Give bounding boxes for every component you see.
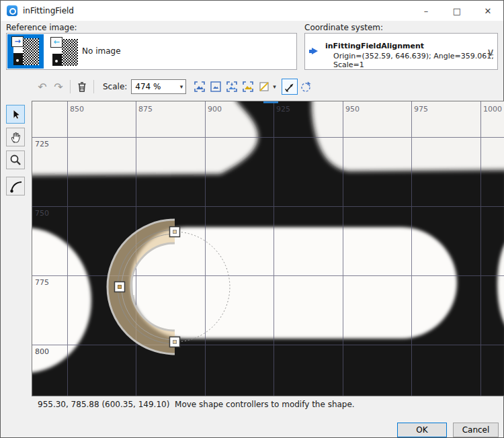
- rotate-view-button[interactable]: [298, 79, 314, 95]
- magnifier-icon: [9, 153, 22, 167]
- x-tick: 925: [276, 105, 290, 114]
- thumb-pattern: [62, 39, 78, 66]
- minimize-button[interactable]: –: [411, 1, 442, 21]
- canvas-toolbar: ↶ ↷ Scale: ▾: [34, 77, 314, 97]
- zoom-fit-shape-button[interactable]: [240, 79, 256, 95]
- reference-thumb-selected[interactable]: →: [7, 34, 44, 69]
- edit-reference-point-button[interactable]: [282, 79, 298, 95]
- delete-button[interactable]: [74, 79, 90, 95]
- fit-shape-icon: [242, 81, 254, 93]
- pointer-tool-icon: [284, 81, 296, 93]
- status-message: Move shape controllers to modify the sha…: [175, 400, 355, 409]
- app-icon: [7, 5, 17, 16]
- select-tool-button[interactable]: [6, 105, 25, 124]
- scale-input[interactable]: [132, 82, 175, 91]
- origin-tick: [263, 101, 278, 103]
- thumb-dot: [16, 59, 19, 62]
- rotate-icon: [300, 81, 312, 93]
- dialog-infittingfield: inFittingField – □ ✕ Reference image: → …: [0, 0, 504, 438]
- separator: [70, 80, 71, 93]
- separator: [93, 80, 94, 93]
- zoom-tool-button[interactable]: [6, 150, 25, 169]
- caret-down-icon[interactable]: ▾: [273, 83, 276, 90]
- no-image-icon: [258, 81, 270, 93]
- maximize-button[interactable]: □: [442, 1, 472, 21]
- no-image-label: No image: [82, 46, 121, 56]
- x-tick: 875: [138, 105, 153, 114]
- x-tick: 1000: [483, 105, 502, 114]
- angle-marker: [133, 277, 135, 295]
- title-bar: inFittingField – □ ✕: [1, 1, 503, 21]
- back-arrow-icon: ←: [50, 37, 62, 48]
- arc-icon: [8, 179, 23, 193]
- reference-image-list: → ← No image: [6, 33, 297, 70]
- ok-button[interactable]: OK: [397, 423, 447, 437]
- alignment-arrow-icon: [312, 48, 318, 54]
- fit-image-icon: [194, 81, 206, 93]
- canvas-scene: 850 875 900 925 950 975 1000 725 750 775…: [32, 101, 504, 396]
- arc-tool-button[interactable]: [6, 177, 25, 195]
- x-tick: 950: [345, 105, 360, 114]
- reference-thumb-2[interactable]: ←: [52, 39, 78, 66]
- shape-handle-left[interactable]: [115, 282, 125, 292]
- shape-handle-top[interactable]: [170, 227, 180, 237]
- thumb-dot: [55, 60, 58, 62]
- shape-handle-bottom[interactable]: [170, 337, 180, 347]
- cursor-arrow-icon: [9, 107, 22, 121]
- zoom-fit-selection-button[interactable]: [208, 79, 224, 95]
- pan-tool-button[interactable]: [6, 128, 25, 146]
- chevron-down-icon[interactable]: ∨: [487, 46, 495, 58]
- image-canvas[interactable]: 850 875 900 925 950 975 1000 725 750 775…: [32, 101, 504, 396]
- x-tick: 975: [414, 105, 428, 114]
- redo-button[interactable]: ↷: [50, 81, 67, 93]
- y-tick: 775: [35, 278, 49, 287]
- y-tick: 800: [35, 347, 49, 356]
- window-title: inFittingField: [23, 6, 74, 15]
- scale-label: Scale:: [103, 82, 127, 91]
- scale-combobox[interactable]: ▾: [131, 79, 186, 94]
- reference-image-visibility-button[interactable]: [256, 79, 272, 95]
- undo-button[interactable]: ↶: [34, 81, 50, 93]
- cursor-coordinates: 955.30, 785.88 (600.35, 149.10): [38, 400, 169, 409]
- fit-width-icon: [226, 81, 238, 93]
- caret-down-icon[interactable]: ▾: [180, 83, 183, 90]
- coordinate-system-select[interactable]: inFittingFieldAlignment Origin=(352.59, …: [304, 33, 498, 70]
- cancel-button[interactable]: Cancel: [453, 423, 499, 437]
- zoom-fit-width-button[interactable]: [224, 79, 240, 95]
- x-tick: 850: [70, 105, 84, 114]
- coordinate-system-name: inFittingFieldAlignment: [325, 42, 424, 50]
- fit-selection-icon: [210, 81, 222, 93]
- trash-icon: [77, 81, 87, 93]
- forward-arrow-icon: →: [11, 36, 24, 47]
- y-tick: 750: [35, 209, 49, 218]
- status-bar: 955.30, 785.88 (600.35, 149.10) Move sha…: [38, 400, 355, 409]
- hand-icon: [9, 130, 22, 144]
- thumb-pattern: [23, 38, 39, 65]
- y-tick: 725: [35, 140, 49, 148]
- coordinate-system-label: Coordinate system:: [304, 23, 383, 32]
- coordinate-system-details: Origin=(352.59, 646.639); Angle=359.061;…: [333, 52, 497, 69]
- zoom-fit-all-button[interactable]: [192, 79, 208, 95]
- reference-image-label: Reference image:: [6, 23, 77, 32]
- close-button[interactable]: ✕: [472, 1, 503, 21]
- x-tick: 900: [208, 105, 222, 114]
